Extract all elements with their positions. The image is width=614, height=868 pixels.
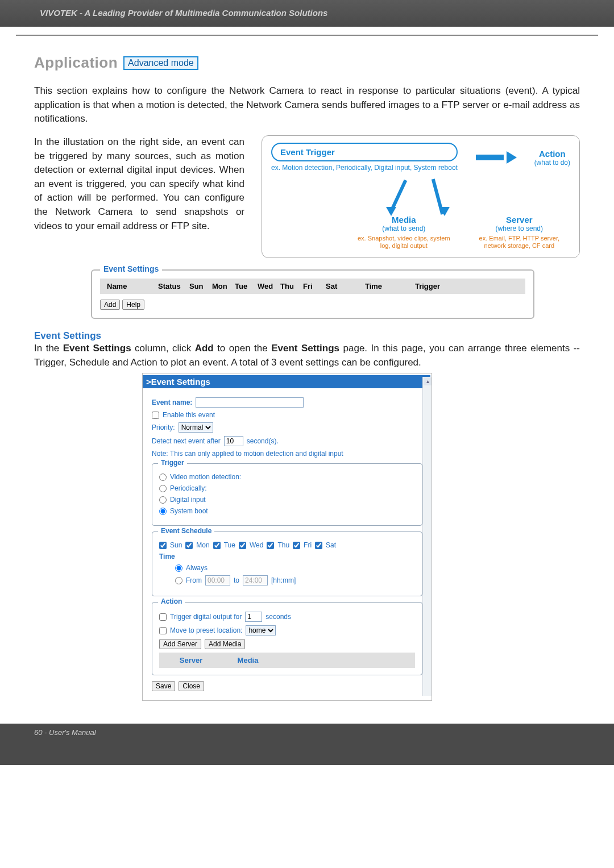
enable-event-checkbox[interactable] (152, 412, 159, 419)
day-wed-checkbox[interactable] (239, 542, 246, 549)
arrow-down-left-icon (385, 178, 408, 213)
priority-label: Priority: (152, 423, 175, 431)
enable-event-label: Enable this event (163, 411, 215, 419)
day-sun-label: Sun (170, 541, 182, 549)
col-wed: Wed (254, 281, 277, 292)
media-examples: ex. Snapshot, video clips, system log, d… (356, 235, 451, 250)
event-settings-heading: Event Settings (34, 330, 580, 342)
scroll-up-icon[interactable]: ▴ (424, 377, 432, 385)
day-tue-label: Tue (224, 541, 235, 549)
day-thu-checkbox[interactable] (267, 542, 274, 549)
move-preset-select[interactable]: home (246, 625, 276, 636)
media-label: Media (356, 215, 451, 225)
trigger-examples: ex. Motion detection, Periodically, Digi… (271, 164, 458, 173)
day-mon-label: Mon (196, 541, 209, 549)
trigger-periodic-label: Periodically: (170, 484, 207, 492)
trigger-digital-label: Digital input (170, 496, 206, 504)
time-to-input[interactable] (243, 575, 268, 585)
day-wed-label: Wed (250, 541, 263, 549)
trigger-video-label: Video motion detection: (170, 473, 241, 481)
trigger-boot-radio[interactable] (159, 508, 167, 515)
time-from-radio[interactable] (175, 577, 182, 584)
col-thu: Thu (277, 281, 300, 292)
media-sub: (what to send) (356, 225, 451, 232)
col-server: Server (163, 655, 219, 666)
col-status: Status (155, 281, 186, 292)
day-thu-label: Thu (277, 541, 289, 549)
event-settings-para: In the Event Settings column, click Add … (34, 342, 580, 369)
detect-seconds-input[interactable] (224, 436, 243, 446)
trigger-output-checkbox[interactable] (159, 613, 167, 621)
action-fieldset: Action Trigger digital output for second… (152, 602, 422, 675)
save-button[interactable]: Save (152, 681, 175, 691)
col-mon: Mon (209, 281, 231, 292)
server-label: Server (468, 215, 570, 225)
day-sun-checkbox[interactable] (159, 542, 167, 549)
server-examples: ex. Email, FTP, HTTP server, network sto… (468, 235, 570, 250)
close-button[interactable]: Close (179, 681, 204, 691)
title-row: Application Advanced mode (34, 54, 580, 72)
trigger-boot-label: System boot (170, 507, 208, 515)
day-tue-checkbox[interactable] (213, 542, 221, 549)
move-preset-checkbox[interactable] (159, 627, 167, 634)
day-sat-checkbox[interactable] (315, 542, 322, 549)
priority-select[interactable]: Normal (179, 422, 213, 433)
page-title: Application (34, 54, 118, 72)
panel-legend: Event Settings (100, 264, 162, 273)
event-name-label: Event name: (152, 398, 192, 406)
trigger-output-post: seconds (265, 613, 291, 621)
col-time: Time (345, 281, 402, 292)
detect-post-label: second(s). (247, 437, 279, 445)
col-trigger: Trigger (402, 281, 453, 292)
day-checkbox-row: Sun Mon Tue Wed Thu Fri Sat (159, 541, 415, 549)
time-from-label: From (186, 576, 202, 584)
add-media-button[interactable]: Add Media (205, 639, 245, 649)
add-server-button[interactable]: Add Server (159, 639, 201, 649)
move-preset-label: Move to preset location: (170, 626, 242, 634)
intro-paragraph: This section explains how to configure t… (34, 84, 580, 126)
scrollbar[interactable]: ▴ (422, 377, 432, 696)
time-always-radio[interactable] (175, 564, 182, 572)
col-fri: Fri (300, 281, 322, 292)
event-table-header: Name Status Sun Mon Tue Wed Thu Fri Sat … (100, 279, 525, 294)
trigger-video-radio[interactable] (159, 474, 167, 481)
event-trigger-chip: Event Trigger (271, 143, 458, 161)
event-name-input[interactable] (196, 397, 304, 408)
col-sat: Sat (322, 281, 345, 292)
dialog-title: >Event Settings (143, 375, 430, 388)
col-sun: Sun (186, 281, 209, 292)
illustration-paragraph: In the illustation on the right side, an… (34, 135, 244, 258)
advanced-mode-badge: Advanced mode (123, 56, 198, 70)
time-from-input[interactable] (205, 575, 230, 585)
page-footer: 60 - User's Manual (0, 724, 614, 765)
note-text: Note: This can only applied to motion de… (152, 450, 343, 458)
trigger-output-pre: Trigger digital output for (170, 613, 242, 621)
trigger-fieldset: Trigger Video motion detection: Periodic… (152, 463, 422, 526)
time-to-label: to (234, 576, 239, 584)
schedule-legend: Event Schedule (158, 527, 214, 535)
col-media: Media (219, 655, 276, 666)
trigger-digital-radio[interactable] (159, 496, 167, 504)
arrow-down-right-icon (425, 178, 447, 213)
day-fri-checkbox[interactable] (293, 542, 300, 549)
day-fri-label: Fri (304, 541, 312, 549)
day-mon-checkbox[interactable] (185, 542, 193, 549)
time-hhmm-label: [hh:mm] (271, 576, 296, 584)
help-button[interactable]: Help (122, 300, 144, 310)
action-legend: Action (158, 597, 185, 605)
time-label: Time (159, 553, 175, 560)
day-sat-label: Sat (326, 541, 336, 549)
event-settings-dialog: >Event Settings ▴ Event name: Enable thi… (142, 373, 432, 701)
arrow-right-icon (476, 155, 516, 160)
col-tue: Tue (231, 281, 254, 292)
detect-pre-label: Detect next event after (152, 437, 221, 445)
add-button[interactable]: Add (100, 300, 120, 310)
page-header: VIVOTEK - A Leading Provider of Multimed… (0, 0, 614, 27)
action-sub: (what to do) (534, 159, 570, 167)
trigger-output-seconds-input[interactable] (245, 612, 262, 622)
footer-text: 60 - User's Manual (34, 728, 96, 737)
trigger-periodic-radio[interactable] (159, 485, 167, 492)
col-name: Name (103, 281, 155, 292)
action-label: Action (534, 149, 570, 159)
trigger-legend: Trigger (158, 459, 187, 467)
